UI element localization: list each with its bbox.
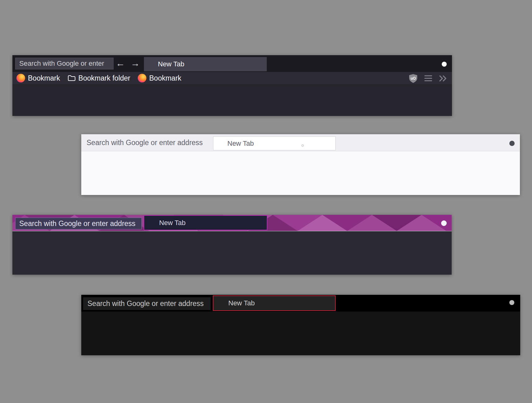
bookmark-label: Bookmark: [28, 74, 60, 82]
address-bar[interactable]: Search with Google or enter address: [15, 218, 142, 229]
menu-hamburger-icon[interactable]: [424, 75, 432, 81]
tab-new-tab[interactable]: New Tab: [213, 136, 336, 150]
bookmark-folder-label: Bookmark folder: [78, 74, 130, 82]
navigation-toolbar: Search with Google or enter address New …: [81, 134, 520, 151]
overflow-double-chevron-icon[interactable]: [439, 74, 447, 82]
bookmark-item[interactable]: Bookmark: [138, 74, 181, 82]
theme-preview-black: Search with Google or enter address New …: [81, 295, 520, 355]
address-bar[interactable]: Search with Google or enter address: [87, 134, 203, 151]
bookmarks-toolbar: Bookmark Bookmark folder Bookmark uO: [12, 72, 452, 85]
tab-new-tab[interactable]: New Tab: [144, 57, 267, 71]
ublock-origin-shield-icon[interactable]: uO: [409, 74, 418, 83]
theme-preview-light: Search with Google or enter address New …: [81, 134, 520, 195]
folder-icon: [68, 74, 76, 82]
theme-preview-dark: Search with Google or enter ← → New Tab …: [12, 55, 452, 116]
navigation-toolbar: Search with Google or enter address New …: [12, 215, 452, 231]
theme-accent-dot: [442, 62, 447, 67]
theme-preview-canvas: Search with Google or enter ← → New Tab …: [0, 0, 532, 403]
tab-new-tab[interactable]: New Tab: [213, 295, 336, 311]
svg-text:uO: uO: [411, 76, 416, 80]
tab-new-tab[interactable]: New Tab: [144, 215, 267, 230]
back-arrow-icon[interactable]: ←: [114, 55, 127, 72]
address-bar[interactable]: Search with Google or enter: [15, 58, 114, 69]
bookmark-item[interactable]: Bookmark: [16, 74, 60, 82]
theme-accent-dot: [509, 300, 514, 305]
firefox-favicon-icon: [16, 74, 25, 82]
bookmark-folder-item[interactable]: Bookmark folder: [68, 74, 130, 82]
navigation-toolbar: Search with Google or enter address New …: [81, 295, 520, 312]
theme-preview-purple: Search with Google or enter address New …: [12, 215, 452, 275]
address-bar[interactable]: Search with Google or enter address: [83, 297, 211, 310]
small-ring-mark: [302, 144, 304, 147]
theme-accent-dot: [441, 220, 447, 226]
toolbar-right-icons: uO: [409, 72, 447, 85]
forward-arrow-icon[interactable]: →: [129, 55, 141, 72]
bookmark-label: Bookmark: [149, 74, 181, 82]
navigation-toolbar: Search with Google or enter ← → New Tab: [12, 55, 452, 72]
theme-accent-dot: [509, 141, 515, 146]
firefox-favicon-icon: [138, 74, 146, 82]
